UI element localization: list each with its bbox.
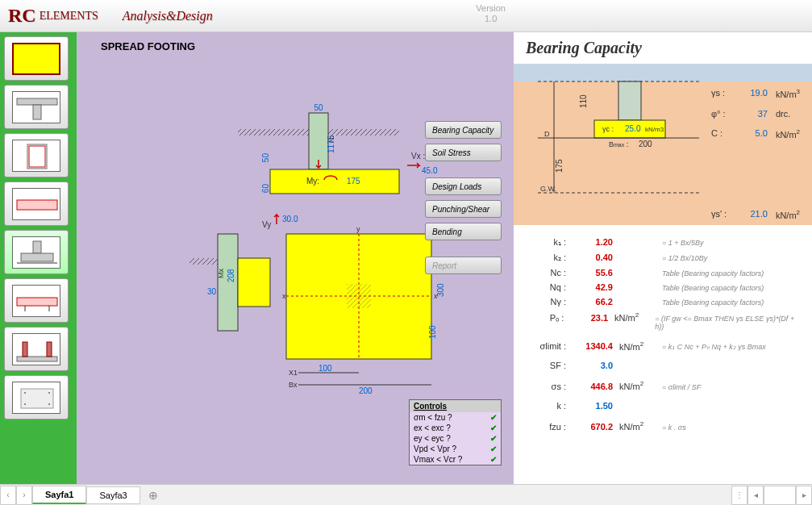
result-row: P₀ :23.1kN/m2= (IF gw <= Bmax THEN γs EL… — [530, 311, 796, 331]
svg-point-15 — [24, 392, 26, 394]
svg-rect-34 — [238, 258, 270, 307]
svg-text:100: 100 — [319, 364, 332, 373]
controls-panel: Controls σm < fzu ?✔ex < exc ?✔ey < eyc … — [409, 399, 502, 465]
svg-text:Bmax :: Bmax : — [609, 140, 628, 148]
tab-sayfa3[interactable]: Sayfa3 — [86, 486, 139, 504]
tool-continuous-beam[interactable] — [4, 278, 69, 323]
svg-text:100: 100 — [428, 325, 437, 339]
btn-bearing-capacity[interactable]: Bearing Capacity — [425, 121, 502, 139]
tool-mat[interactable] — [4, 375, 69, 419]
svg-rect-54 — [347, 284, 371, 308]
control-check-row: ey < eyc ?✔ — [410, 433, 501, 444]
svg-text:N:: N: — [327, 136, 335, 143]
svg-text:Mx: Mx — [217, 269, 225, 278]
svg-rect-13 — [47, 342, 52, 357]
check-icon: ✔ — [490, 434, 497, 443]
app-header: RC ELEMENTS Analysis&Design Version 1.0 — [0, 0, 812, 32]
tool-slab[interactable] — [4, 36, 69, 81]
svg-text:60: 60 — [261, 184, 270, 194]
svg-text:y: y — [356, 225, 360, 233]
svg-text:x: x — [282, 292, 286, 300]
svg-rect-56 — [618, 81, 641, 120]
tool-footing[interactable] — [4, 230, 69, 274]
svg-rect-11 — [17, 357, 57, 361]
tool-beam-section[interactable] — [4, 182, 69, 226]
svg-point-17 — [24, 403, 26, 405]
sheet-nav-first[interactable]: ‹ — [0, 486, 16, 505]
btn-report[interactable]: Report — [425, 257, 502, 274]
svg-text:D: D — [544, 130, 550, 138]
svg-rect-14 — [21, 389, 53, 408]
options-icon[interactable]: ⋮ — [731, 486, 747, 505]
result-row: fzu :670.2kN/m2= k . σs — [530, 420, 796, 432]
tool-beam-t[interactable] — [4, 85, 69, 129]
svg-text:175: 175 — [347, 177, 360, 186]
svg-rect-2 — [27, 144, 47, 169]
tool-column[interactable] — [4, 133, 69, 177]
btn-bending[interactable]: Bending — [425, 223, 502, 240]
scroll-left-icon[interactable]: ◂ — [747, 486, 764, 505]
footer-bar: ‹ › Sayfa1 Sayfa3 ⊕ ⋮ ◂ ▸ — [0, 484, 812, 505]
svg-text:γc :: γc : — [602, 125, 614, 133]
result-row: σlimit :1340.4kN/m2= k₁ C Nc + P₀ Nq + k… — [530, 340, 796, 352]
svg-text:Vx :: Vx : — [411, 152, 425, 161]
tab-add-icon[interactable]: ⊕ — [140, 486, 166, 505]
svg-rect-1 — [33, 105, 41, 119]
svg-text:My:: My: — [306, 177, 319, 186]
main-area: SPREAD FOOTING 50 1175 N: 50 60 My: 175 … — [0, 32, 812, 484]
results-title: Bearing Capacity — [514, 32, 812, 64]
svg-text:200: 200 — [359, 386, 373, 395]
results-panel: Bearing Capacity γc : 25.0 kN/m3 110 D B… — [514, 32, 812, 484]
control-check-row: Vpd < Vpr ?✔ — [410, 444, 501, 454]
logo-main: RC — [8, 5, 36, 27]
btn-design-loads[interactable]: Design Loads — [425, 177, 502, 195]
control-check-row: Vmax < Vcr ?✔ — [410, 454, 501, 465]
sheet-nav-prev[interactable]: › — [16, 486, 32, 505]
soil-parameters: γs :19.0kN/m3 φ° :37drc. C :5.0kN/m2 γs'… — [711, 88, 800, 230]
svg-text:30: 30 — [207, 287, 217, 296]
svg-point-16 — [48, 392, 50, 394]
svg-rect-3 — [29, 146, 45, 167]
controls-title: Controls — [410, 400, 501, 412]
svg-text:200: 200 — [639, 140, 652, 148]
tool-frame[interactable] — [4, 327, 69, 371]
svg-text:110: 110 — [579, 94, 588, 108]
control-check-row: σm < fzu ?✔ — [410, 412, 501, 423]
svg-rect-22 — [270, 169, 399, 194]
result-row: σs :446.8kN/m2= σlimit / SF — [530, 380, 796, 391]
btn-soil-stress[interactable]: Soil Stress — [425, 144, 502, 161]
check-icon: ✔ — [490, 424, 497, 432]
btn-punching-shear[interactable]: Punching/Shear — [425, 200, 502, 218]
svg-text:25.0: 25.0 — [625, 124, 641, 133]
result-row: Nc :55.6Table (Bearing capacity factors) — [530, 268, 796, 278]
svg-text:175: 175 — [555, 159, 564, 173]
svg-point-18 — [48, 403, 50, 405]
action-buttons: Bearing Capacity Soil Stress Design Load… — [425, 121, 502, 274]
result-row: k₁ :1.20= 1 + Bx/5By — [530, 237, 796, 248]
scroll-bar[interactable] — [764, 486, 796, 505]
result-row: SF :3.0 — [530, 361, 796, 370]
drawing-canvas: SPREAD FOOTING 50 1175 N: 50 60 My: 175 … — [77, 32, 514, 484]
canvas-title: SPREAD FOOTING — [101, 40, 195, 52]
svg-text:30.0: 30.0 — [282, 215, 298, 223]
svg-text:kN/m3: kN/m3 — [645, 126, 664, 133]
result-row: Nγ :66.2Table (Bearing capacity factors) — [530, 297, 796, 307]
result-row: Nq :42.9Table (Bearing capacity factors) — [530, 282, 796, 292]
svg-text:X1: X1 — [289, 369, 298, 377]
version-label: Version 1.0 — [476, 3, 506, 24]
result-row: k :1.50 — [530, 401, 796, 411]
svg-rect-12 — [23, 342, 27, 357]
logo-sub: ELEMENTS — [40, 10, 98, 23]
scroll-right-icon[interactable]: ▸ — [796, 486, 812, 505]
svg-rect-6 — [21, 253, 53, 261]
svg-text:208: 208 — [227, 269, 235, 282]
svg-text:Vy: Vy — [262, 220, 271, 229]
svg-rect-4 — [17, 200, 57, 210]
svg-rect-0 — [17, 98, 57, 105]
logo-tagline: Analysis&Design — [123, 9, 213, 23]
soil-diagram: γc : 25.0 kN/m3 110 D Bmax : 200 175 G.W… — [514, 64, 812, 225]
svg-rect-5 — [33, 241, 41, 253]
svg-text:300: 300 — [436, 283, 445, 297]
tab-sayfa1[interactable]: Sayfa1 — [32, 486, 86, 504]
results-list: k₁ :1.20= 1 + Bx/5Byk₂ :0.40= 1/2 Bx/10B… — [514, 225, 812, 449]
